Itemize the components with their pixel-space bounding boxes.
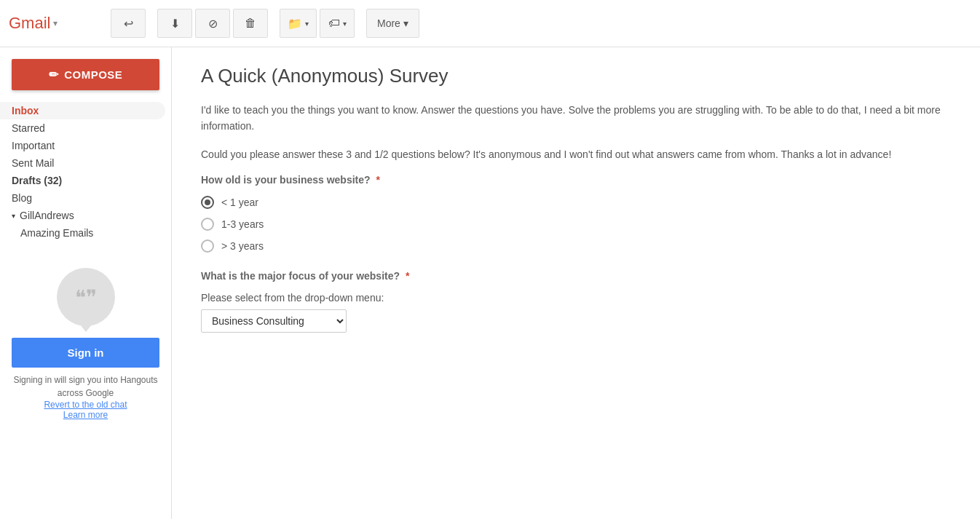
folder-button[interactable]: 📁 ▾ [280,9,317,38]
amazing-emails-label: Amazing Emails [20,227,93,239]
inbox-label: Inbox [12,105,39,116]
question-1: How old is your business website? * < 1 … [201,174,951,253]
email-content: A Quick (Anonymous) Survey I'd like to t… [172,47,980,519]
sidebar-gill-andrews[interactable]: ▾ GillAndrews [0,207,171,224]
radio-option-less-than-1-year[interactable]: < 1 year [201,196,951,209]
sidebar: ✏ COMPOSE Inbox Starred Important Sent M… [0,47,172,519]
main-layout: ✏ COMPOSE Inbox Starred Important Sent M… [0,47,980,519]
gill-andrews-label: GillAndrews [20,210,74,221]
radio-option-more-than-3-years[interactable]: > 3 years [201,239,951,253]
delete-button[interactable]: 🗑 [233,9,268,38]
compose-button[interactable]: ✏ COMPOSE [12,59,159,90]
folder-icon: 📁 [288,17,302,31]
sign-in-text: Signing in will sign you into Hangouts a… [12,373,159,400]
question-2-required: * [406,270,409,282]
sidebar-item-blog[interactable]: Blog [0,189,165,207]
question-1-label: How old is your business website? * [201,174,951,186]
archive-button[interactable]: ⬇ [157,9,192,38]
more-label: More [377,17,400,29]
sent-label: Sent Mail [12,157,54,169]
more-arrow: ▾ [403,17,408,29]
body-paragraph-1: I'd like to teach you the things you wan… [201,102,951,135]
hangouts-icon: ❝❞ [75,285,97,309]
email-subject: A Quick (Anonymous) Survey [201,65,951,87]
question-1-required: * [376,174,380,186]
body-paragraph-2: Could you please answer these 3 and 1/2 … [201,146,951,162]
question-2: What is the major focus of your website?… [201,270,951,333]
label-dropdown-arrow: ▾ [343,20,347,28]
report-icon: ⊘ [208,17,218,31]
dropdown-instruction: Please select from the drop-down menu: [201,292,951,304]
radio-circle-3[interactable] [201,239,214,253]
toolbar: Gmail ▾ ↩ ⬇ ⊘ 🗑 📁 ▾ 🏷 ▾ More ▾ [0,0,980,47]
sign-in-button[interactable]: Sign in [12,338,159,368]
gmail-logo-text: Gmail [9,14,50,33]
sign-in-label: Sign in [68,346,104,359]
label-button[interactable]: 🏷 ▾ [320,9,355,38]
archive-icon: ⬇ [170,17,180,31]
email-body: I'd like to teach you the things you wan… [201,102,951,162]
sidebar-item-inbox[interactable]: Inbox [0,102,165,119]
sidebar-item-starred[interactable]: Starred [0,119,165,137]
radio-label-3: > 3 years [221,240,264,252]
question-2-label: What is the major focus of your website?… [201,270,951,282]
report-spam-button[interactable]: ⊘ [195,9,230,38]
starred-label: Starred [12,122,45,134]
important-label: Important [12,140,55,151]
sidebar-item-important[interactable]: Important [0,137,165,154]
hangouts-section: ❝❞ Sign in Signing in will sign you into… [0,256,171,432]
label-icon: 🏷 [328,17,340,30]
gmail-dropdown-arrow: ▾ [53,18,58,28]
learn-more-link[interactable]: Learn more [63,410,108,420]
focus-dropdown[interactable]: Business Consulting E-commerce Blog Port… [201,309,347,333]
gill-andrews-arrow: ▾ [12,212,15,220]
drafts-label: Drafts (32) [12,175,62,186]
radio-circle-2[interactable] [201,218,214,231]
more-button[interactable]: More ▾ [366,9,419,38]
radio-label-2: 1-3 years [221,218,264,230]
sidebar-item-drafts[interactable]: Drafts (32) [0,172,165,189]
gmail-logo[interactable]: Gmail ▾ [9,14,89,33]
toolbar-actions: ↩ ⬇ ⊘ 🗑 📁 ▾ 🏷 ▾ More ▾ [111,9,419,38]
blog-label: Blog [12,192,32,204]
reply-button[interactable]: ↩ [111,9,146,38]
delete-icon: 🗑 [245,17,256,30]
sidebar-item-sent[interactable]: Sent Mail [0,154,165,172]
radio-circle-1[interactable] [201,196,214,209]
radio-label-1: < 1 year [221,197,258,208]
folder-dropdown-arrow: ▾ [305,20,309,28]
revert-link[interactable]: Revert to the old chat [44,400,127,410]
sidebar-amazing-emails[interactable]: Amazing Emails [0,224,171,242]
radio-group-1: < 1 year 1-3 years > 3 years [201,196,951,253]
radio-option-1-3-years[interactable]: 1-3 years [201,218,951,231]
compose-label: COMPOSE [64,68,122,81]
compose-icon: ✏ [49,68,59,82]
hangouts-avatar: ❝❞ [57,268,115,326]
reply-icon: ↩ [124,17,133,31]
